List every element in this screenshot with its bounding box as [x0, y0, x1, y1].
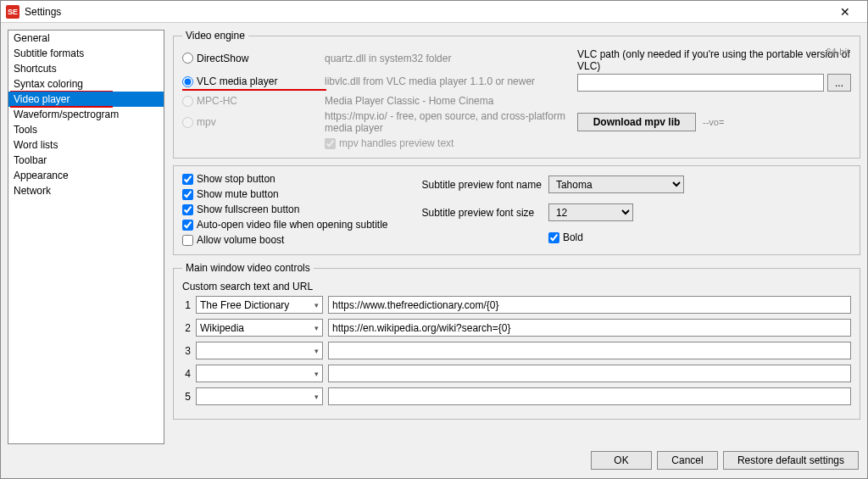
search-url-input[interactable] [328, 387, 851, 405]
check-mpv-preview: mpv handles preview text [325, 137, 570, 149]
ok-button[interactable]: OK [591, 451, 652, 470]
chevron-down-icon: ▾ [314, 301, 319, 309]
search-row-number: 4 [182, 368, 191, 380]
search-name-combo[interactable]: ▾ [196, 387, 323, 405]
middle-options-group: Show stop buttonShow mute buttonShow ful… [173, 165, 860, 255]
search-url-input[interactable] [328, 296, 851, 314]
sidebar-item-appearance[interactable]: Appearance [8, 168, 164, 183]
title-bar: SE Settings ✕ [1, 1, 867, 23]
main-window-controls-legend: Main window video controls [182, 262, 314, 274]
font-name-label: Subtitle preview font name [422, 179, 542, 191]
sidebar-item-waveform-spectrogram[interactable]: Waveform/spectrogram [8, 107, 164, 122]
vo-label: --vo= [703, 117, 724, 127]
sidebar-item-shortcuts[interactable]: Shortcuts [8, 61, 164, 76]
radio-vlc[interactable]: VLC media player [182, 75, 318, 87]
desc-mpchc: Media Player Classic - Home Cinema [325, 95, 570, 107]
search-url-input[interactable] [328, 365, 851, 382]
search-row-number: 1 [182, 299, 191, 311]
sidebar-item-subtitle-formats[interactable]: Subtitle formats [8, 46, 164, 61]
search-name-combo[interactable]: ▾ [196, 342, 323, 359]
search-row-5: 5▾ [182, 387, 851, 405]
radio-mpchc: MPC-HC [182, 95, 318, 107]
search-url-input[interactable] [328, 342, 851, 359]
sidebar-item-video-player[interactable]: Video player [8, 92, 164, 107]
custom-search-label: Custom search text and URL [182, 281, 851, 292]
desc-mpv: https://mpv.io/ - free, open source, and… [325, 110, 570, 134]
font-name-select[interactable]: Tahoma [548, 175, 684, 193]
vlc-path-input[interactable] [577, 74, 824, 92]
display-checks: Show stop buttonShow mute buttonShow ful… [182, 173, 388, 246]
chevron-down-icon: ▾ [314, 347, 319, 355]
browse-button[interactable]: ... [827, 74, 851, 92]
restore-defaults-button[interactable]: Restore default settings [723, 451, 859, 470]
content-area: GeneralSubtitle formatsShortcutsSyntax c… [1, 23, 867, 446]
main-window-controls-group: Main window video controls Custom search… [173, 262, 860, 420]
check-show-fullscreen-button[interactable]: Show fullscreen button [182, 203, 388, 215]
bold-checkbox[interactable]: Bold [548, 231, 684, 243]
vlc-path-group: VLC path (only needed if you're using th… [577, 48, 851, 92]
chevron-down-icon: ▾ [314, 324, 319, 332]
sidebar-item-tools[interactable]: Tools [8, 122, 164, 137]
window-title: Settings [25, 6, 828, 18]
engine-grid: DirectShow quartz.dll in system32 folder… [182, 48, 851, 149]
search-row-4: 4▾ [182, 365, 851, 382]
search-row-1: 1The Free Dictionary▾ [182, 296, 851, 314]
desc-vlc: libvlc.dll from VLC media player 1.1.0 o… [325, 75, 570, 87]
video-engine-legend: Video engine [182, 30, 248, 42]
radio-directshow[interactable]: DirectShow [182, 53, 318, 64]
search-name-combo[interactable]: ▾ [196, 365, 323, 382]
category-sidebar[interactable]: GeneralSubtitle formatsShortcutsSyntax c… [8, 30, 164, 444]
cancel-button[interactable]: Cancel [657, 451, 718, 470]
search-row-number: 3 [182, 345, 191, 357]
search-url-input[interactable] [328, 319, 851, 337]
bit-label: 64-bit [826, 47, 849, 57]
check-allow-volume-boost[interactable]: Allow volume boost [182, 234, 388, 246]
check-auto-open-video-file-when-opening-subtitle[interactable]: Auto-open video file when opening subtit… [182, 219, 388, 231]
download-mpv-button[interactable]: Download mpv lib [577, 113, 696, 131]
check-show-stop-button[interactable]: Show stop button [182, 173, 388, 185]
search-name-combo[interactable]: Wikipedia▾ [196, 319, 323, 337]
chevron-down-icon: ▾ [314, 370, 319, 378]
sidebar-item-word-lists[interactable]: Word lists [8, 137, 164, 153]
font-size-label: Subtitle preview font size [422, 207, 542, 219]
sidebar-item-general[interactable]: General [8, 31, 164, 46]
chevron-down-icon: ▾ [314, 393, 319, 401]
check-show-mute-button[interactable]: Show mute button [182, 188, 388, 200]
radio-mpv: mpv [182, 116, 318, 128]
settings-window: SE Settings ✕ GeneralSubtitle formatsSho… [0, 0, 868, 479]
app-icon: SE [6, 5, 19, 19]
search-row-3: 3▾ [182, 342, 851, 359]
dialog-buttons: OK Cancel Restore default settings [1, 446, 867, 478]
close-button[interactable]: ✕ [828, 2, 862, 22]
font-size-select[interactable]: 12 [548, 203, 633, 221]
main-panel: Video engine 64-bit DirectShow quartz.dl… [173, 30, 860, 444]
font-grid: Subtitle preview font name Tahoma Subtit… [422, 173, 684, 246]
search-name-combo[interactable]: The Free Dictionary▾ [196, 296, 323, 314]
vlc-path-label: VLC path (only needed if you're using th… [577, 48, 851, 72]
search-row-number: 2 [182, 322, 191, 334]
sidebar-item-syntax-coloring[interactable]: Syntax coloring [8, 76, 164, 92]
window-body: GeneralSubtitle formatsShortcutsSyntax c… [1, 23, 867, 478]
search-row-number: 5 [182, 391, 191, 403]
sidebar-item-network[interactable]: Network [8, 183, 164, 198]
search-row-2: 2Wikipedia▾ [182, 319, 851, 337]
desc-directshow: quartz.dll in system32 folder [325, 53, 570, 64]
video-engine-group: Video engine 64-bit DirectShow quartz.dl… [173, 30, 860, 159]
search-rows: 1The Free Dictionary▾2Wikipedia▾3▾4▾5▾ [182, 296, 851, 405]
sidebar-item-toolbar[interactable]: Toolbar [8, 153, 164, 168]
